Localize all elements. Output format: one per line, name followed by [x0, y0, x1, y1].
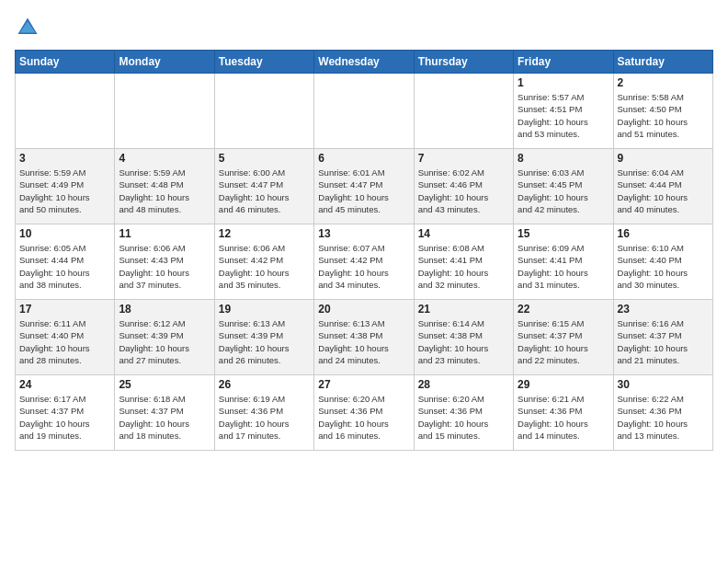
day-info: Sunrise: 6:02 AM Sunset: 4:46 PM Dayligh…: [418, 167, 509, 215]
calendar-header-row: SundayMondayTuesdayWednesdayThursdayFrid…: [16, 51, 713, 74]
calendar-cell: [314, 74, 414, 149]
day-number: 11: [119, 227, 210, 240]
calendar-cell: 21Sunrise: 6:14 AM Sunset: 4:38 PM Dayli…: [414, 300, 513, 375]
day-info: Sunrise: 5:58 AM Sunset: 4:50 PM Dayligh…: [618, 91, 709, 140]
calendar-cell: 9Sunrise: 6:04 AM Sunset: 4:44 PM Daylig…: [613, 149, 712, 224]
calendar-cell: 19Sunrise: 6:13 AM Sunset: 4:39 PM Dayli…: [214, 300, 313, 375]
day-info: Sunrise: 5:59 AM Sunset: 4:48 PM Dayligh…: [119, 167, 210, 215]
calendar-table: SundayMondayTuesdayWednesdayThursdayFrid…: [15, 50, 713, 451]
calendar-cell: 2Sunrise: 5:58 AM Sunset: 4:50 PM Daylig…: [613, 74, 712, 149]
day-number: 9: [618, 152, 709, 165]
calendar-cell: [214, 74, 313, 149]
day-number: 2: [618, 76, 709, 89]
logo: [15, 15, 44, 40]
day-info: Sunrise: 6:13 AM Sunset: 4:39 PM Dayligh…: [219, 317, 310, 366]
day-number: 22: [518, 303, 609, 316]
calendar-cell: 16Sunrise: 6:10 AM Sunset: 4:40 PM Dayli…: [613, 224, 712, 300]
day-number: 7: [418, 152, 509, 165]
calendar-week-row: 10Sunrise: 6:05 AM Sunset: 4:44 PM Dayli…: [16, 224, 713, 300]
day-number: 29: [518, 378, 609, 391]
day-number: 18: [119, 303, 210, 316]
calendar-cell: 15Sunrise: 6:09 AM Sunset: 4:41 PM Dayli…: [514, 224, 613, 300]
calendar-cell: 25Sunrise: 6:18 AM Sunset: 4:37 PM Dayli…: [115, 375, 214, 451]
calendar-cell: [414, 74, 513, 149]
day-number: 8: [518, 152, 609, 165]
day-number: 23: [618, 303, 709, 316]
day-info: Sunrise: 6:03 AM Sunset: 4:45 PM Dayligh…: [518, 167, 609, 215]
day-info: Sunrise: 6:07 AM Sunset: 4:42 PM Dayligh…: [318, 242, 409, 291]
day-number: 20: [318, 303, 409, 316]
day-number: 15: [518, 227, 609, 240]
calendar-cell: 23Sunrise: 6:16 AM Sunset: 4:37 PM Dayli…: [613, 300, 712, 375]
calendar-cell: 20Sunrise: 6:13 AM Sunset: 4:38 PM Dayli…: [314, 300, 414, 375]
day-number: 14: [418, 227, 509, 240]
day-info: Sunrise: 6:20 AM Sunset: 4:36 PM Dayligh…: [418, 393, 509, 442]
calendar-cell: 17Sunrise: 6:11 AM Sunset: 4:40 PM Dayli…: [16, 300, 115, 375]
logo-icon: [15, 15, 40, 40]
calendar-cell: 28Sunrise: 6:20 AM Sunset: 4:36 PM Dayli…: [414, 375, 513, 451]
calendar-cell: 26Sunrise: 6:19 AM Sunset: 4:36 PM Dayli…: [214, 375, 313, 451]
calendar-cell: 14Sunrise: 6:08 AM Sunset: 4:41 PM Dayli…: [414, 224, 513, 300]
day-info: Sunrise: 6:17 AM Sunset: 4:37 PM Dayligh…: [19, 393, 110, 442]
calendar-week-row: 1Sunrise: 5:57 AM Sunset: 4:51 PM Daylig…: [16, 74, 713, 149]
day-info: Sunrise: 5:57 AM Sunset: 4:51 PM Dayligh…: [518, 91, 609, 140]
calendar-cell: 13Sunrise: 6:07 AM Sunset: 4:42 PM Dayli…: [314, 224, 414, 300]
calendar-day-header: Thursday: [414, 51, 513, 74]
day-info: Sunrise: 6:11 AM Sunset: 4:40 PM Dayligh…: [19, 317, 110, 366]
calendar-cell: 30Sunrise: 6:22 AM Sunset: 4:36 PM Dayli…: [613, 375, 712, 451]
day-info: Sunrise: 6:21 AM Sunset: 4:36 PM Dayligh…: [518, 393, 609, 442]
calendar-day-header: Tuesday: [214, 51, 313, 74]
calendar-cell: 22Sunrise: 6:15 AM Sunset: 4:37 PM Dayli…: [514, 300, 613, 375]
day-info: Sunrise: 6:20 AM Sunset: 4:36 PM Dayligh…: [318, 393, 409, 442]
day-info: Sunrise: 6:08 AM Sunset: 4:41 PM Dayligh…: [418, 242, 509, 291]
calendar-week-row: 17Sunrise: 6:11 AM Sunset: 4:40 PM Dayli…: [16, 300, 713, 375]
day-info: Sunrise: 6:06 AM Sunset: 4:42 PM Dayligh…: [219, 242, 310, 291]
calendar-cell: 29Sunrise: 6:21 AM Sunset: 4:36 PM Dayli…: [514, 375, 613, 451]
calendar-cell: 18Sunrise: 6:12 AM Sunset: 4:39 PM Dayli…: [115, 300, 214, 375]
calendar-cell: 7Sunrise: 6:02 AM Sunset: 4:46 PM Daylig…: [414, 149, 513, 224]
calendar-cell: [16, 74, 115, 149]
day-number: 10: [19, 227, 110, 240]
calendar-day-header: Saturday: [613, 51, 712, 74]
calendar-cell: 5Sunrise: 6:00 AM Sunset: 4:47 PM Daylig…: [214, 149, 313, 224]
day-number: 21: [418, 303, 509, 316]
calendar-cell: 6Sunrise: 6:01 AM Sunset: 4:47 PM Daylig…: [314, 149, 414, 224]
calendar-cell: 8Sunrise: 6:03 AM Sunset: 4:45 PM Daylig…: [514, 149, 613, 224]
day-info: Sunrise: 6:01 AM Sunset: 4:47 PM Dayligh…: [318, 167, 409, 215]
day-info: Sunrise: 6:16 AM Sunset: 4:37 PM Dayligh…: [618, 317, 709, 366]
calendar-day-header: Monday: [115, 51, 214, 74]
day-number: 30: [618, 378, 709, 391]
day-info: Sunrise: 6:18 AM Sunset: 4:37 PM Dayligh…: [119, 393, 210, 442]
day-number: 17: [19, 303, 110, 316]
calendar-cell: 27Sunrise: 6:20 AM Sunset: 4:36 PM Dayli…: [314, 375, 414, 451]
calendar-cell: 1Sunrise: 5:57 AM Sunset: 4:51 PM Daylig…: [514, 74, 613, 149]
day-info: Sunrise: 5:59 AM Sunset: 4:49 PM Dayligh…: [19, 167, 110, 215]
day-info: Sunrise: 6:05 AM Sunset: 4:44 PM Dayligh…: [19, 242, 110, 291]
calendar-day-header: Wednesday: [314, 51, 414, 74]
day-number: 3: [19, 152, 110, 165]
calendar-cell: 12Sunrise: 6:06 AM Sunset: 4:42 PM Dayli…: [214, 224, 313, 300]
day-info: Sunrise: 6:06 AM Sunset: 4:43 PM Dayligh…: [119, 242, 210, 291]
page: SundayMondayTuesdayWednesdayThursdayFrid…: [0, 0, 728, 563]
day-number: 4: [119, 152, 210, 165]
day-number: 27: [318, 378, 409, 391]
day-number: 13: [318, 227, 409, 240]
day-number: 19: [219, 303, 310, 316]
calendar-cell: 11Sunrise: 6:06 AM Sunset: 4:43 PM Dayli…: [115, 224, 214, 300]
day-info: Sunrise: 6:19 AM Sunset: 4:36 PM Dayligh…: [219, 393, 310, 442]
day-info: Sunrise: 6:13 AM Sunset: 4:38 PM Dayligh…: [318, 317, 409, 366]
calendar-cell: 4Sunrise: 5:59 AM Sunset: 4:48 PM Daylig…: [115, 149, 214, 224]
day-number: 5: [219, 152, 310, 165]
day-number: 16: [618, 227, 709, 240]
day-info: Sunrise: 6:10 AM Sunset: 4:40 PM Dayligh…: [618, 242, 709, 291]
calendar-day-header: Friday: [514, 51, 613, 74]
day-number: 28: [418, 378, 509, 391]
day-number: 25: [119, 378, 210, 391]
calendar-week-row: 24Sunrise: 6:17 AM Sunset: 4:37 PM Dayli…: [16, 375, 713, 451]
calendar-cell: 24Sunrise: 6:17 AM Sunset: 4:37 PM Dayli…: [16, 375, 115, 451]
calendar-cell: [115, 74, 214, 149]
day-info: Sunrise: 6:15 AM Sunset: 4:37 PM Dayligh…: [518, 317, 609, 366]
day-number: 1: [518, 76, 609, 89]
calendar-day-header: Sunday: [16, 51, 115, 74]
calendar-week-row: 3Sunrise: 5:59 AM Sunset: 4:49 PM Daylig…: [16, 149, 713, 224]
